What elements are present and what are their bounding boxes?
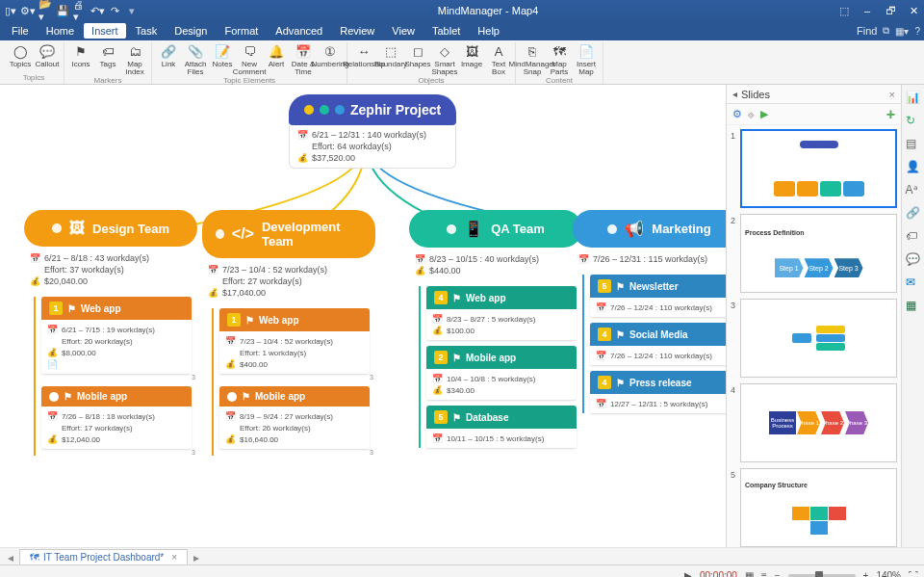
open-icon[interactable]: 📂▾ (38, 4, 52, 17)
slide-thumb-2[interactable]: Process DefinitionStep 1Step 2Step 3 (740, 214, 897, 293)
ribbon-map-index-button[interactable]: 🗂Map Index (122, 42, 147, 76)
document-tab-close-icon[interactable]: × (171, 552, 177, 563)
ribbon-tags-button[interactable]: 🏷Tags (95, 42, 120, 76)
right-sidebar: 📊 ↻ ▤ 👤 Aᵃ 🔗 🏷 💬 ✉ ▦ (901, 85, 924, 547)
menu-design[interactable]: Design (167, 23, 215, 39)
fit-icon[interactable]: ⛶ (909, 570, 918, 577)
quick-access-toolbar: ▯▾ ⚙▾ 📂▾ 💾 🖨▾ ↶▾ ↷ ▾ (4, 4, 139, 17)
task-press-release[interactable]: 4⚑Press release📅12/27 – 12/31 : 5 workda… (590, 371, 726, 413)
menu-insert[interactable]: Insert (84, 23, 126, 39)
menu-review[interactable]: Review (332, 23, 382, 39)
ribbon-image-button[interactable]: 🖼Image (459, 42, 484, 76)
sidebar-layout-icon[interactable]: ▤ (906, 137, 921, 152)
slides-close-icon[interactable]: × (884, 89, 895, 100)
team-node-development-team[interactable]: </>Development Team 📅7/23 – 10/4 : 52 wo… (202, 210, 375, 456)
zoom-slider[interactable] (788, 574, 856, 578)
sidebar-comment-icon[interactable]: 💬 (906, 252, 921, 268)
sidebar-gantt-icon[interactable]: 📊 (906, 91, 921, 106)
task-newsletter[interactable]: 5⚑Newsletter📅7/26 – 12/24 : 110 workday(… (590, 275, 726, 317)
settings-icon[interactable]: ⚙▾ (21, 4, 35, 17)
sidebar-person-icon[interactable]: 👤 (906, 160, 921, 175)
ribbon-callout-button[interactable]: 💬Callout (35, 42, 60, 68)
view-icon-2[interactable]: ≡ (761, 570, 767, 577)
ribbon-insert-map-button[interactable]: 📄Insert Map (574, 42, 599, 76)
minimize-button[interactable]: – (860, 5, 874, 17)
ribbon-alert-button[interactable]: 🔔Alert (264, 42, 289, 76)
ribbon-notes-button[interactable]: 📝Notes (210, 42, 235, 76)
slides-add-button[interactable]: + (886, 106, 895, 123)
slides-link-icon[interactable]: ⎆ (748, 109, 755, 120)
task-mobile-app[interactable]: 2⚑Mobile app📅10/4 – 10/8 : 5 workday(s)💰… (426, 346, 577, 400)
menu-tablet[interactable]: Tablet (424, 23, 468, 39)
ribbon-attach-files-button[interactable]: 📎Attach Files (183, 42, 208, 76)
ribbon-new-comment-button[interactable]: 🗨New Comment (237, 42, 262, 76)
ribbon-link-button[interactable]: 🔗Link (156, 42, 181, 76)
zoom-in-button[interactable]: + (863, 570, 869, 577)
ribbon-text-box-button[interactable]: AText Box (486, 42, 511, 76)
slide-thumb-3[interactable] (740, 299, 897, 378)
task-web-app[interactable]: 4⚑Web app📅8/23 – 8/27 : 5 workday(s)💰$10… (426, 286, 577, 340)
find-label[interactable]: Find (857, 25, 877, 37)
ribbon-icons-button[interactable]: ⚑Icons (68, 42, 93, 76)
mindmap-canvas[interactable]: Zephir Project 📅6/21 – 12/31 : 140 workd… (0, 85, 726, 547)
zoom-out-button[interactable]: − (775, 570, 781, 577)
ribbon-shapes-button[interactable]: ◻Shapes (405, 42, 430, 76)
view-icon-1[interactable]: ▦ (745, 570, 754, 577)
sidebar-excel-icon[interactable]: ▦ (906, 299, 921, 314)
sidebar-refresh-icon[interactable]: ↻ (906, 114, 921, 129)
titlebar: ▯▾ ⚙▾ 📂▾ 💾 🖨▾ ↶▾ ↷ ▾ MindManager - Map4 … (0, 0, 924, 21)
team-node-marketing[interactable]: 📢Marketing 📅7/26 – 12/31 : 115 workday(s… (573, 210, 726, 413)
slide-thumb-5[interactable]: Company Structure (740, 468, 897, 547)
qat-more-icon[interactable]: ▾ (125, 4, 139, 17)
ribbon-topics-button[interactable]: ◯Topics (8, 42, 33, 68)
root-node[interactable]: Zephir Project 📅6/21 – 12/31 : 140 workd… (289, 94, 456, 169)
menu-advanced[interactable]: Advanced (268, 23, 330, 39)
slides-list[interactable]: 12Process DefinitionStep 1Step 2Step 334… (727, 125, 901, 547)
menu-home[interactable]: Home (38, 23, 82, 39)
menu-icon-2[interactable]: ▦▾ (895, 26, 909, 37)
status-play-icon[interactable]: ▶ (684, 570, 692, 577)
task-mobile-app[interactable]: ⚑Mobile app📅8/19 – 9/24 : 27 workday(s)📅… (219, 386, 370, 449)
print-icon[interactable]: 🖨▾ (73, 4, 87, 17)
tab-scroll-right-icon[interactable]: ▸ (190, 551, 203, 564)
sidebar-link-icon[interactable]: 🔗 (906, 206, 921, 222)
chevron-left-icon[interactable]: ◂ (732, 89, 737, 99)
menu-icon-1[interactable]: ⧉ (883, 25, 889, 37)
menu-help[interactable]: Help (470, 23, 507, 39)
ribbon-group-content: ⎘MindManager Snap🗺Map Parts📄Insert MapCo… (516, 42, 603, 84)
redo-icon[interactable]: ↷ (108, 4, 121, 17)
sidebar-format-icon[interactable]: Aᵃ (906, 183, 921, 198)
ribbon-smart-shapes-button[interactable]: ◇Smart Shapes (432, 42, 457, 76)
task-database[interactable]: 5⚑Database📅10/11 – 10/15 : 5 workday(s) (426, 406, 577, 448)
task-web-app[interactable]: 1⚑Web app📅7/23 – 10/4 : 52 workday(s)📅Ef… (219, 308, 370, 374)
menu-file[interactable]: File (4, 23, 37, 39)
ribbon-toggle-icon[interactable]: ⬚ (837, 5, 851, 17)
ribbon-boundary-button[interactable]: ⬚Boundary (378, 42, 403, 76)
slide-thumb-4[interactable]: Business ProcessPhase 1Phase 2Phase 3 (740, 383, 897, 462)
tab-scroll-left-icon[interactable]: ◂ (4, 551, 17, 564)
ribbon-mindmanager-snap-button[interactable]: ⎘MindManager Snap (520, 42, 545, 76)
ribbon-relationship-button[interactable]: ↔Relationship (351, 42, 376, 76)
sidebar-outlook-icon[interactable]: ✉ (906, 275, 921, 291)
undo-icon[interactable]: ↶▾ (90, 4, 104, 17)
task-mobile-app[interactable]: ⚑Mobile app📅7/26 – 8/18 : 18 workday(s)📅… (41, 386, 192, 449)
team-node-design-team[interactable]: 🖼Design Team 📅6/21 – 8/18 : 43 workday(s… (24, 210, 197, 456)
new-icon[interactable]: ▯▾ (4, 4, 17, 17)
team-node-qa-team[interactable]: 📱QA Team 📅8/23 – 10/15 : 40 workday(s)💰$… (409, 210, 582, 448)
maximize-button[interactable]: 🗗 (884, 5, 897, 17)
task-social-media[interactable]: 4⚑Social Media📅7/26 – 12/24 : 110 workda… (590, 323, 726, 365)
menu-format[interactable]: Format (217, 23, 266, 39)
save-icon[interactable]: 💾 (56, 4, 69, 17)
ribbon-map-parts-button[interactable]: 🗺Map Parts (547, 42, 572, 76)
slides-play-icon[interactable]: ▶ (760, 108, 768, 120)
document-tab[interactable]: 🗺 IT Team Project Dashboard* × (19, 549, 188, 564)
slides-gear-icon[interactable]: ⚙ (732, 108, 742, 120)
menu-task[interactable]: Task (128, 23, 166, 39)
slide-thumb-1[interactable] (740, 129, 897, 208)
menu-view[interactable]: View (384, 23, 423, 39)
ribbon-numbering-button[interactable]: ①Numbering (318, 42, 343, 76)
sidebar-tag-icon[interactable]: 🏷 (906, 229, 921, 245)
help-icon[interactable]: ? (914, 26, 920, 37)
task-web-app[interactable]: 1⚑Web app📅6/21 – 7/15 : 19 workday(s)📅Ef… (41, 297, 192, 374)
close-button[interactable]: ✕ (907, 5, 920, 17)
